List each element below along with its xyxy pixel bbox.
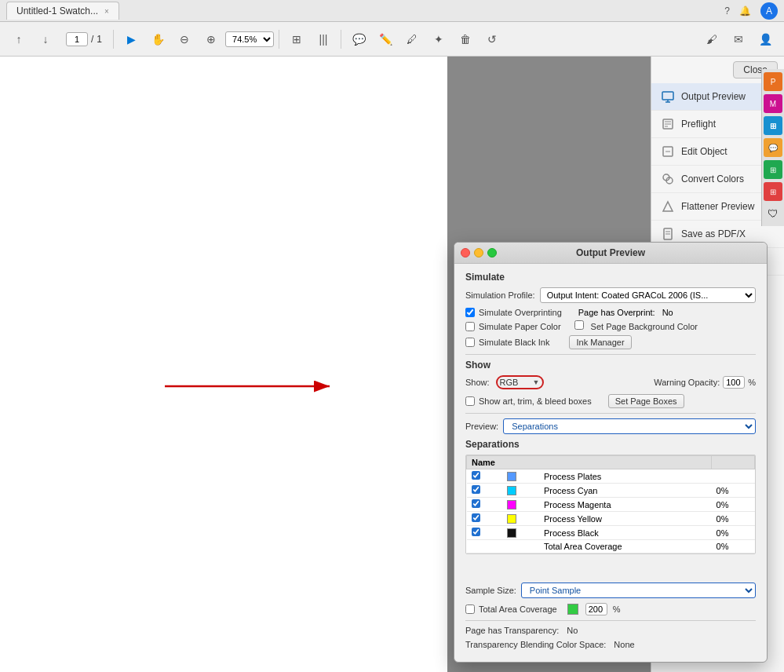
ink-manager-button[interactable]: Ink Manager	[569, 335, 631, 349]
preview-select[interactable]: Separations	[503, 418, 756, 434]
notification-icon[interactable]: 🔔	[739, 5, 751, 16]
sidebar-icon-3[interactable]: ⊞	[764, 116, 782, 135]
page-has-transparency-label: Page has Transparency:	[465, 626, 559, 635]
toolbar-right: 🖌 ✉ 👤	[699, 27, 778, 52]
total-area-coverage-checkbox[interactable]	[465, 604, 475, 614]
separator-2	[279, 30, 279, 49]
barcode-btn[interactable]: |||	[311, 27, 336, 52]
sep-name-3: Process Yellow	[539, 512, 712, 526]
comment-btn[interactable]: 💬	[346, 27, 371, 52]
warning-opacity-wrapper: Warning Opacity: %	[654, 376, 756, 389]
crop-btn[interactable]: ⊞	[284, 27, 309, 52]
back-btn[interactable]: ↑	[6, 27, 31, 52]
total-area-coverage-value-input[interactable]	[585, 603, 607, 615]
sidebar-icon-4[interactable]: 💬	[764, 138, 782, 157]
sep-col-pct	[712, 456, 755, 469]
simulate-paper-color-row: Simulate Paper Color Set Page Background…	[465, 320, 756, 332]
sep-pct-2: 0%	[712, 498, 755, 512]
simulate-black-ink-label: Simulate Black Ink	[479, 338, 549, 347]
set-page-boxes-button[interactable]: Set Page Boxes	[608, 394, 684, 408]
svg-rect-2	[662, 92, 673, 100]
warning-opacity-input[interactable]	[723, 376, 745, 389]
panel-label-preflight: Preflight	[681, 119, 716, 130]
simulate-black-ink-checkbox[interactable]	[465, 338, 475, 347]
close-traffic-light[interactable]	[461, 248, 470, 257]
sidebar-icon-5[interactable]: ⊞	[764, 160, 782, 179]
zoom-in-btn[interactable]: ⊕	[199, 27, 224, 52]
simulate-overprinting-checkbox[interactable]	[465, 308, 475, 317]
tab-close-icon[interactable]: ×	[104, 7, 109, 16]
preview-row: Preview: Separations	[465, 418, 756, 434]
page-navigation: / 1	[66, 32, 102, 46]
stamp-btn[interactable]: ✦	[426, 27, 451, 52]
total-area-coverage-row: Total Area Coverage %	[465, 603, 756, 615]
divider-2	[465, 413, 756, 414]
help-icon[interactable]: ?	[724, 5, 730, 16]
sep-name-0: Process Plates	[539, 469, 712, 484]
rotate-btn[interactable]: ↺	[480, 27, 505, 52]
sidebar-icon-2[interactable]: M	[764, 94, 782, 113]
sep-row-1: Process Cyan 0%	[467, 484, 755, 498]
page-has-transparency-value: No	[567, 626, 578, 635]
pen-btn[interactable]: ✏️	[373, 27, 398, 52]
divider-3	[465, 620, 756, 621]
warning-opacity-unit: %	[748, 378, 756, 387]
highlight-btn[interactable]: 🖊	[399, 27, 425, 52]
simulate-paper-color-label: Simulate Paper Color	[479, 322, 561, 331]
separations-title: Separations	[465, 439, 756, 450]
sep-check-4[interactable]	[472, 528, 480, 536]
sep-check-1[interactable]	[472, 485, 480, 494]
hand-tool-btn[interactable]: ✋	[145, 27, 170, 52]
simulation-profile-label: Simulation Profile:	[465, 290, 535, 300]
title-bar-right: ? 🔔 A	[724, 2, 778, 20]
share-btn[interactable]: ✉	[726, 27, 751, 52]
account-btn[interactable]: 👤	[753, 27, 778, 52]
avatar[interactable]: A	[760, 2, 778, 20]
sep-name-1: Process Cyan	[539, 484, 712, 498]
brush-btn[interactable]: 🖌	[699, 27, 724, 52]
maximize-traffic-light[interactable]	[487, 248, 497, 257]
sep-check-0[interactable]	[472, 471, 480, 480]
zoom-out-btn[interactable]: ⊖	[172, 27, 197, 52]
title-bar: Untitled-1 Swatch... × ? 🔔 A	[0, 0, 784, 22]
sidebar-icon-1[interactable]: P	[764, 72, 782, 91]
sidebar-icon-6[interactable]: ⊞	[764, 182, 782, 201]
simulate-paper-color-checkbox[interactable]	[465, 322, 475, 331]
separations-table-container: Name Process Plates Process Cyan	[465, 455, 756, 554]
edit-object-icon	[661, 144, 675, 159]
sep-pct-4: 0%	[712, 526, 755, 540]
set-page-background-color-checkbox[interactable]	[574, 320, 584, 330]
simulation-profile-row: Simulation Profile: Output Intent: Coate…	[465, 287, 756, 303]
show-section-title: Show	[465, 360, 756, 371]
warning-opacity-label: Warning Opacity:	[654, 378, 720, 387]
transparency-blending-value: None	[614, 640, 634, 649]
total-area-coverage-unit: %	[613, 604, 621, 614]
divider-1	[465, 354, 756, 355]
sep-check-2[interactable]	[472, 499, 480, 508]
simulate-black-ink-row: Simulate Black Ink Ink Manager	[465, 335, 756, 349]
dialog-title-bar: Output Preview	[454, 243, 767, 264]
separator-1	[113, 30, 114, 49]
page-transparency-row: Page has Transparency: No	[465, 626, 756, 635]
page-input[interactable]	[66, 32, 88, 46]
sep-check-3[interactable]	[472, 513, 480, 522]
sample-size-select[interactable]: Point Sample	[521, 583, 756, 598]
show-art-trim-row: Show art, trim, & bleed boxes Set Page B…	[465, 394, 756, 408]
forward-btn[interactable]: ↓	[33, 27, 58, 52]
show-art-trim-checkbox[interactable]	[465, 396, 475, 406]
document-tab[interactable]: Untitled-1 Swatch... ×	[6, 2, 119, 20]
panel-label-output-preview: Output Preview	[681, 91, 746, 102]
simulation-profile-select[interactable]: Output Intent: Coated GRACoL 2006 (IS...	[540, 287, 756, 303]
zoom-select[interactable]: 74.5%	[225, 31, 274, 47]
delete-btn[interactable]: 🗑	[453, 27, 478, 52]
minimize-traffic-light[interactable]	[474, 248, 483, 257]
page-canvas	[0, 57, 447, 672]
sep-row-2: Process Magenta 0%	[467, 498, 755, 512]
sample-size-row: Sample Size: Point Sample	[465, 583, 756, 598]
show-art-trim-label: Show art, trim, & bleed boxes	[479, 396, 592, 406]
select-tool-btn[interactable]: ▶	[119, 27, 144, 52]
simulate-overprinting-row: Simulate Overprinting Page has Overprint…	[465, 308, 756, 317]
total-area-coverage-swatch	[567, 604, 578, 615]
page-has-overprint-value: No	[662, 308, 673, 317]
sidebar-icon-7[interactable]: 🛡	[764, 204, 782, 223]
